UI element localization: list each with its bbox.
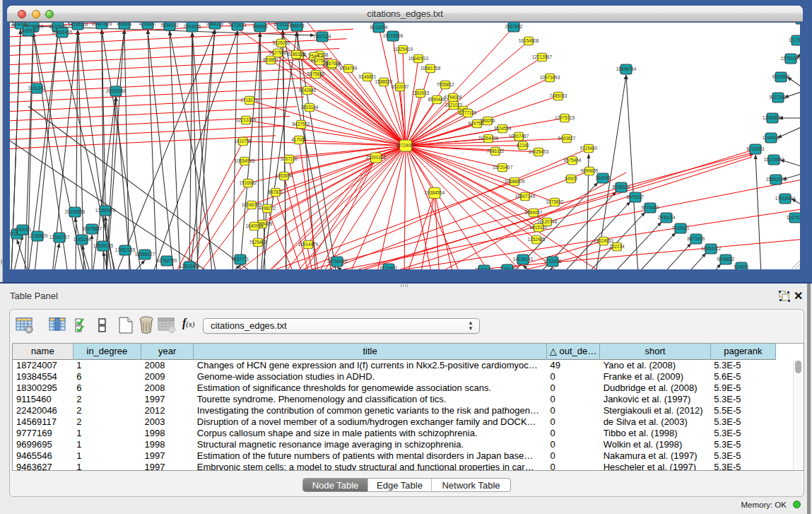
svg-text:16154808: 16154808	[519, 38, 539, 43]
svg-text:21364436: 21364436	[478, 136, 499, 141]
svg-text:10807487: 10807487	[509, 134, 529, 139]
svg-text:17359924: 17359924	[95, 208, 116, 213]
svg-text:5875685: 5875685	[307, 71, 325, 76]
svg-text:2603144: 2603144	[301, 105, 319, 110]
svg-text:1916682: 1916682	[240, 180, 257, 185]
svg-text:8990448: 8990448	[428, 97, 446, 102]
svg-text:9242845: 9242845	[299, 88, 317, 93]
svg-text:9146821: 9146821	[359, 74, 377, 79]
svg-text:1233001: 1233001	[14, 227, 32, 232]
svg-text:8122907: 8122907	[380, 266, 398, 269]
svg-text:924501: 924501	[734, 264, 749, 269]
svg-text:15720407: 15720407	[493, 165, 513, 170]
svg-text:18807249: 18807249	[515, 194, 536, 199]
svg-text:1640994: 1640994	[246, 223, 264, 228]
svg-text:26053346: 26053346	[106, 88, 126, 93]
svg-text:4131647: 4131647	[139, 23, 157, 26]
svg-text:16961758: 16961758	[420, 66, 441, 71]
svg-text:7485063: 7485063	[550, 93, 567, 98]
svg-text:495931: 495931	[117, 23, 132, 26]
svg-text:10654955: 10654955	[235, 158, 255, 163]
svg-text:8427552: 8427552	[293, 122, 310, 127]
svg-text:1405571: 1405571	[20, 28, 37, 33]
svg-text:2867608: 2867608	[324, 61, 341, 66]
svg-text:11325419: 11325419	[393, 47, 413, 52]
svg-text:5534192: 5534192	[161, 23, 179, 28]
svg-text:17957255: 17957255	[115, 247, 136, 252]
svg-text:5226055: 5226055	[273, 40, 290, 45]
svg-text:59407816: 59407816	[92, 23, 112, 26]
svg-text:1145194: 1145194	[73, 237, 91, 242]
svg-text:12823446: 12823446	[180, 264, 200, 269]
svg-text:8813054: 8813054	[370, 25, 388, 30]
svg-text:164095: 164095	[595, 175, 611, 180]
svg-text:417006: 417006	[291, 137, 307, 142]
svg-text:2087682: 2087682	[505, 24, 523, 29]
svg-text:1167534: 1167534	[787, 215, 800, 220]
svg-text:496965: 496965	[252, 24, 268, 29]
svg-text:30975867: 30975867	[82, 226, 102, 231]
svg-text:19218506: 19218506	[383, 33, 404, 38]
svg-text:8454749: 8454749	[340, 66, 358, 71]
svg-text:6479197: 6479197	[627, 194, 645, 199]
svg-text:15692971: 15692971	[766, 177, 787, 182]
svg-text:9899695: 9899695	[581, 168, 599, 173]
svg-text:3267130: 3267130	[281, 156, 298, 161]
svg-text:16648784: 16648784	[616, 66, 637, 71]
svg-text:16782759: 16782759	[157, 258, 177, 263]
svg-text:1353594: 1353594	[276, 173, 293, 178]
svg-text:1610755: 1610755	[235, 139, 252, 144]
svg-text:9657771: 9657771	[232, 257, 249, 262]
svg-text:1362615: 1362615	[412, 90, 430, 95]
svg-text:16914479: 16914479	[298, 242, 319, 247]
svg-text:17016504: 17016504	[775, 196, 796, 201]
svg-text:1651342: 1651342	[28, 86, 46, 90]
svg-text:252214: 252214	[609, 244, 625, 249]
svg-text:8938924: 8938924	[613, 185, 630, 189]
svg-text:9327508: 9327508	[269, 50, 287, 55]
svg-text:19384554: 19384554	[425, 190, 445, 195]
svg-text:9463627: 9463627	[558, 136, 576, 141]
svg-text:6794028: 6794028	[445, 95, 462, 100]
svg-text:10958127: 10958127	[135, 252, 155, 257]
svg-text:14136141: 14136141	[513, 257, 534, 262]
svg-text:3624554: 3624554	[494, 126, 512, 131]
svg-text:746266: 746266	[480, 118, 495, 123]
svg-text:10973493: 10973493	[540, 75, 560, 80]
svg-text:166978: 166978	[289, 23, 305, 28]
svg-text:1075692: 1075692	[546, 199, 564, 204]
svg-text:9474444: 9474444	[642, 205, 659, 210]
svg-text:7734126: 7734126	[499, 267, 517, 269]
svg-text:1733426: 1733426	[544, 259, 562, 264]
svg-text:10688609: 10688609	[505, 179, 525, 184]
svg-text:16046785: 16046785	[242, 202, 262, 207]
svg-text:7986322: 7986322	[487, 148, 505, 153]
svg-text:1117334: 1117334	[789, 37, 800, 42]
svg-text:9873342: 9873342	[476, 267, 493, 269]
svg-text:12505135: 12505135	[93, 243, 114, 248]
svg-text:20206556: 20206556	[65, 209, 86, 214]
svg-text:8471676: 8471676	[688, 236, 705, 241]
svg-text:54235116: 54235116	[68, 23, 88, 27]
svg-text:7857224: 7857224	[314, 34, 331, 39]
svg-text:1615132: 1615132	[530, 225, 548, 230]
svg-text:7672423: 7672423	[229, 23, 247, 28]
svg-text:9227342: 9227342	[770, 95, 787, 100]
svg-text:20691406: 20691406	[52, 30, 73, 35]
svg-text:25300215: 25300215	[366, 155, 387, 160]
svg-text:10025453: 10025453	[529, 149, 549, 154]
svg-text:8215953: 8215953	[747, 146, 765, 151]
svg-text:1244415: 1244415	[763, 135, 780, 140]
svg-text:9329966: 9329966	[772, 74, 790, 79]
svg-text:12342757: 12342757	[49, 235, 70, 240]
svg-text:7955812: 7955812	[437, 82, 454, 87]
svg-text:12093832: 12093832	[763, 115, 783, 120]
svg-text:887831: 887831	[268, 189, 283, 194]
svg-text:6322037: 6322037	[392, 84, 409, 89]
svg-text:2718176: 2718176	[241, 98, 259, 103]
svg-text:12213967: 12213967	[532, 54, 553, 59]
svg-text:12156829: 12156829	[28, 233, 48, 238]
svg-text:8186328: 8186328	[288, 52, 305, 57]
svg-text:94923: 94923	[565, 176, 577, 181]
svg-text:9575464: 9575464	[564, 158, 582, 163]
